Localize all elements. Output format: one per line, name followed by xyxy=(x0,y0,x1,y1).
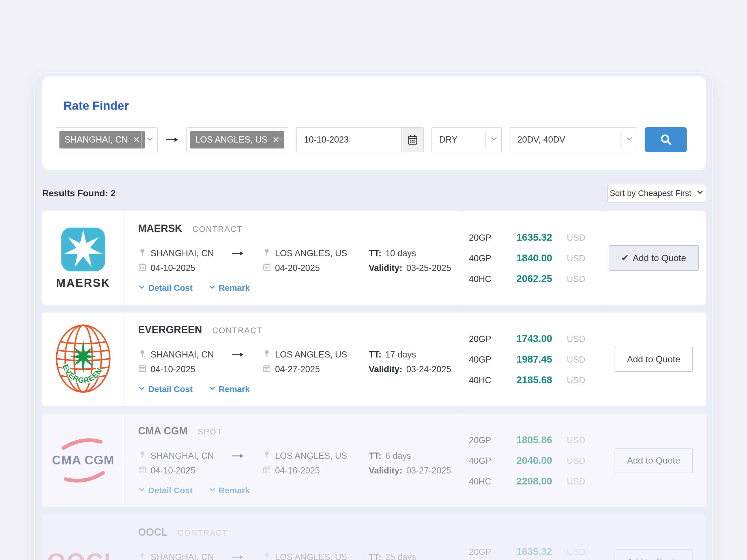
origin-chip: SHANGHAI, CN ✕ xyxy=(59,131,145,149)
price-row: 20GP1743.00USD xyxy=(469,333,601,344)
search-icon xyxy=(660,133,672,146)
add-to-quote-button[interactable]: Add to Quote xyxy=(615,549,693,560)
arrow-right-icon xyxy=(231,248,263,259)
evergreen-logo: EVERGREEN xyxy=(55,323,111,395)
add-to-quote-button[interactable]: Add to Quote xyxy=(615,448,693,473)
chevron-down-icon xyxy=(490,135,498,145)
container-type-select[interactable]: DRY xyxy=(432,127,502,152)
origin-select[interactable]: SHANGHAI, CN ✕ xyxy=(56,127,158,152)
destination-port: LOS ANGLES, US xyxy=(263,349,369,360)
remove-origin-icon[interactable]: ✕ xyxy=(133,135,140,144)
date-input[interactable]: 10-10-2023 xyxy=(296,127,423,152)
detail-cost-link[interactable]: Detail Cost xyxy=(138,283,193,293)
rate-card-evergreen: EVERGREEN EVERGREEN CONTRACT SHANGHAI, C… xyxy=(42,313,706,406)
chevron-down-icon xyxy=(138,283,146,293)
etd-date: 04-10-2025 xyxy=(138,364,231,375)
cma-cgm-logo: CMA CGM xyxy=(46,432,120,489)
origin-port: SHANGHAI, CN xyxy=(138,552,231,560)
calendar-icon[interactable] xyxy=(401,128,423,152)
validity: Validity:03-27-2025 xyxy=(369,465,463,476)
detail-cost-link[interactable]: Detail Cost xyxy=(138,384,193,394)
transit-time: TT:6 days xyxy=(369,451,463,461)
chevron-down-icon xyxy=(146,135,154,144)
carrier-name: OOCL xyxy=(138,526,168,538)
price-row: 20GP1635.32USD xyxy=(469,232,601,243)
rate-card-oocl: OOCL OOCL CONTRACT SHANGHAI, CN LOS ANGL… xyxy=(42,515,706,560)
chevron-down-icon xyxy=(209,486,216,495)
rate-finder-page: Rate Finder SHANGHAI, CN ✕ LOS ANGLES, U… xyxy=(0,0,747,560)
validity: Validity:03-24-2025 xyxy=(369,364,463,375)
transit-time: TT:25 days xyxy=(369,552,463,560)
detail-cost-link[interactable]: Detail Cost xyxy=(138,486,193,495)
destination-port: LOS ANGLES, US xyxy=(263,552,369,560)
carrier-name: MAERSK xyxy=(138,222,182,235)
validity: Validity:03-25-2025 xyxy=(369,263,463,273)
origin-chip-label: SHANGHAI, CN xyxy=(65,135,128,145)
calendar-icon xyxy=(263,364,271,375)
etd-date: 04-10-2025 xyxy=(138,263,231,273)
page-title: Rate Finder xyxy=(63,99,129,112)
search-controls: SHANGHAI, CN ✕ LOS ANGLES, US ✕ xyxy=(56,127,687,152)
sort-label: Sort by Cheapest First xyxy=(610,189,692,198)
chevron-down-icon xyxy=(209,283,216,293)
destination-port: LOS ANGLES, US xyxy=(263,451,369,461)
eta-date: 04-27-2025 xyxy=(263,364,369,375)
results-bar: Results Found: 2 Sort by Cheapest First xyxy=(42,184,706,203)
calendar-icon xyxy=(263,263,271,273)
transit-time: TT:10 days xyxy=(369,248,463,259)
arrow-right-icon xyxy=(231,349,263,360)
price-row: 20GP1805.86USD xyxy=(469,434,601,446)
destination-select[interactable]: LOS ANGLES, US ✕ xyxy=(186,127,288,152)
results-list: MAERSK MAERSK CONTRACT SHANGHAI, CN LOS … xyxy=(42,211,706,560)
price-row: 40GP1987.45USD xyxy=(469,353,601,365)
location-pin-icon xyxy=(138,451,147,461)
chevron-down-icon xyxy=(209,384,216,394)
eta-date: 04-16-2025 xyxy=(263,465,369,476)
chevron-down-icon xyxy=(138,384,146,394)
origin-port: SHANGHAI, CN xyxy=(138,451,231,461)
destination-port: LOS ANGLES, US xyxy=(263,248,369,259)
search-button[interactable] xyxy=(645,127,687,152)
check-icon: ✔ xyxy=(621,252,629,263)
calendar-icon xyxy=(138,364,147,375)
add-to-quote-button[interactable]: ✔ Add to Quote xyxy=(609,245,698,271)
remark-link[interactable]: Remark xyxy=(209,384,250,394)
price-row: 40HC2208.00USD xyxy=(469,475,601,487)
rate-type-badge: CONTRACT xyxy=(212,326,262,335)
price-row: 40GP2040.00USD xyxy=(469,455,601,466)
chevron-down-icon xyxy=(277,135,284,144)
rate-type-badge: SPOT xyxy=(198,427,223,436)
calendar-icon xyxy=(138,263,147,273)
date-value: 10-10-2023 xyxy=(304,135,349,145)
price-row: 40HC2185.68USD xyxy=(469,374,601,385)
rate-card-cma-cgm: CMA CGM CMA CGM SPOT SHANGHAI, CN LOS AN… xyxy=(42,414,706,507)
price-row: 20GP1635.32USD xyxy=(469,546,601,557)
location-pin-icon xyxy=(138,349,147,360)
calendar-icon xyxy=(263,465,271,476)
sort-dropdown[interactable]: Sort by Cheapest First xyxy=(608,184,706,203)
maersk-wordmark: MAERSK xyxy=(56,276,110,289)
remark-link[interactable]: Remark xyxy=(209,486,250,495)
location-pin-icon xyxy=(138,552,147,560)
search-panel: Rate Finder SHANGHAI, CN ✕ LOS ANGLES, U… xyxy=(42,76,706,170)
container-size-select[interactable]: 20DV, 40DV xyxy=(510,127,637,152)
chevron-down-icon xyxy=(696,189,704,198)
origin-port: SHANGHAI, CN xyxy=(138,248,231,259)
location-pin-icon xyxy=(138,248,147,259)
location-pin-icon xyxy=(263,451,271,461)
carrier-name: CMA CGM xyxy=(138,425,188,437)
arrow-right-icon xyxy=(165,136,179,143)
carrier-name: EVERGREEN xyxy=(138,324,202,336)
location-pin-icon xyxy=(263,552,271,560)
cma-cgm-wordmark: CMA CGM xyxy=(52,453,114,467)
arrow-right-icon xyxy=(231,451,263,461)
maersk-logo: MAERSK xyxy=(56,227,110,289)
remark-link[interactable]: Remark xyxy=(209,283,250,293)
transit-time: TT:17 days xyxy=(369,349,463,360)
container-type-value: DRY xyxy=(439,135,458,145)
origin-port: SHANGHAI, CN xyxy=(138,349,231,360)
rate-finder-container: Rate Finder SHANGHAI, CN ✕ LOS ANGLES, U… xyxy=(34,72,713,560)
results-count: Results Found: 2 xyxy=(42,188,116,198)
add-to-quote-button[interactable]: Add to Quote xyxy=(615,347,693,372)
rate-type-badge: CONTRACT xyxy=(192,224,242,234)
